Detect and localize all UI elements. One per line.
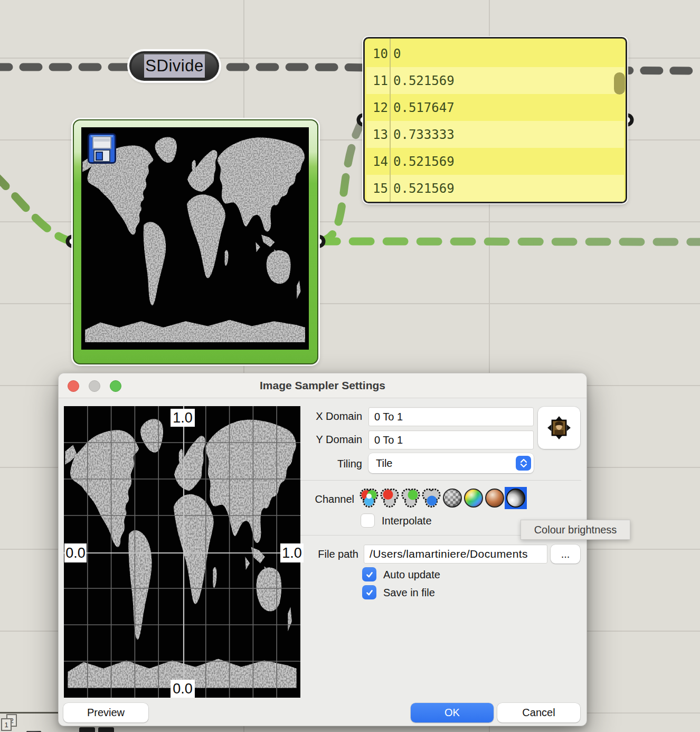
tiling-label: Tiling [288,458,362,470]
check-icon [365,570,374,579]
sample-map-preview: 1.0 0.0 1.0 0.0 [64,406,300,698]
panel-row: 110.521569 [366,67,624,94]
map-grid-overlay [64,406,300,698]
channel-brightness-icon[interactable] [505,487,527,509]
image-sampler-settings-dialog: Image Sampler Settings 1.0 0.0 1.0 0.0 X… [58,373,587,726]
channel-green-icon[interactable] [400,487,421,509]
auto-update-label: Auto update [383,569,440,581]
y-domain-field[interactable]: 0 To 1 [368,430,534,449]
channel-colour-channels-icon[interactable] [358,487,380,509]
save-in-file-checkbox[interactable] [362,585,376,599]
toolbar-icon-partial [98,727,114,732]
preview-button[interactable]: Preview [63,703,148,722]
channel-tooltip: Colour brightness [521,520,630,540]
sdivide-node[interactable]: SDivide [129,51,219,81]
channel-label: Channel [280,493,354,505]
x-domain-field[interactable]: 0 To 1 [368,407,534,426]
save-in-file-label: Save in file [383,587,435,599]
axis-label-top: 1.0 [171,409,195,427]
cancel-button[interactable]: Cancel [497,703,580,722]
image-fit-button[interactable] [538,407,580,449]
channel-red-icon[interactable] [379,487,400,509]
file-path-field[interactable]: /Users/lamartiniere/Documents [364,545,547,564]
tiling-popup-value: Tile [376,457,392,470]
y-domain-label: Y Domain [288,434,362,446]
wire-sampler-out [319,241,700,242]
ok-button[interactable]: OK [411,703,494,722]
panel-row: 150.521569 [366,175,624,202]
wire-sampler-to-panel [319,120,363,241]
panel-index-divider [390,39,391,202]
tiling-popup[interactable]: Tile [368,453,534,473]
axis-label-bottom: 0.0 [171,680,195,698]
panel-row: 140.521569 [366,148,624,175]
channel-alpha-icon[interactable] [442,487,463,509]
check-icon [365,588,374,597]
dialog-titlebar: Image Sampler Settings [59,373,587,398]
channel-hue-icon[interactable] [463,487,484,509]
channel-blue-icon[interactable] [421,487,442,509]
sdivide-label: SDivide [144,54,205,78]
panel-row: 120.517647 [366,94,624,121]
data-panel[interactable]: 100 110.521569 120.517647 130.733333 140… [363,37,627,203]
x-domain-label: X Domain [288,410,362,423]
section-divider [299,480,581,481]
pages-icon[interactable]: 2 1 [1,714,19,732]
image-sampler-node[interactable] [73,119,318,364]
panel-row: 100 [366,40,624,67]
axis-label-left: 0.0 [64,543,87,562]
file-path-label: File path [285,548,358,560]
interpolate-label: Interpolate [382,515,432,527]
channel-saturation-icon[interactable] [484,487,505,509]
browse-button[interactable]: ... [551,545,580,564]
dialog-title: Image Sampler Settings [59,379,587,392]
canvas-bottom-edge [0,712,59,714]
axis-crosshair [64,406,300,698]
auto-update-checkbox[interactable] [362,567,376,581]
popup-chevrons-icon [516,456,531,471]
panel-row: 130.733333 [366,121,624,148]
interpolate-checkbox[interactable] [361,513,375,528]
image-fit-icon [546,415,572,440]
panel-scrollbar[interactable] [614,72,625,95]
toolbar-icon-partial [79,727,95,732]
save-floppy-icon [88,133,116,164]
wire-into-sampler [0,175,72,241]
